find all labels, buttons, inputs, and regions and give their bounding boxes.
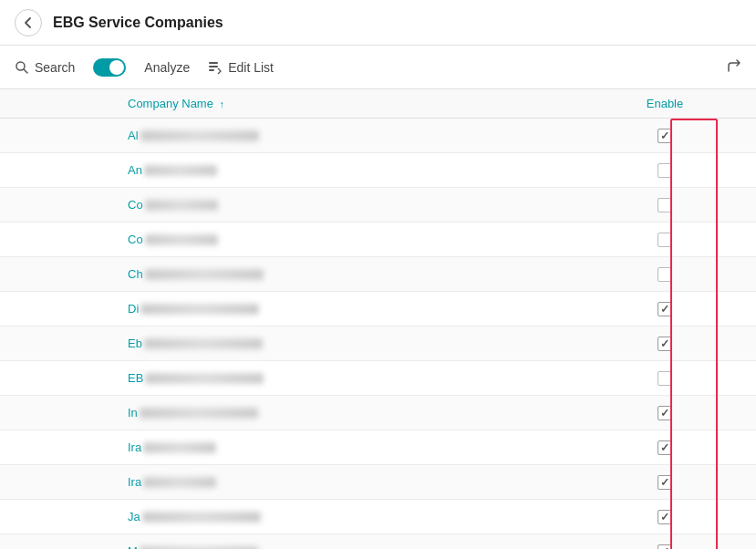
company-name: M: [128, 544, 628, 549]
edit-list-icon: [208, 60, 223, 75]
enable-checkbox[interactable]: [658, 337, 672, 351]
svg-rect-3: [209, 66, 218, 67]
table-row: Co: [0, 223, 756, 257]
back-icon: [22, 16, 35, 29]
svg-rect-4: [209, 69, 214, 71]
enable-checkbox-cell: [628, 440, 701, 455]
enable-checkbox[interactable]: [658, 371, 672, 386]
analyze-label: Analyze: [144, 60, 190, 75]
table-row: Eb: [0, 326, 756, 361]
company-name: Al: [128, 129, 628, 142]
enable-checkbox-cell: [628, 267, 701, 282]
company-name: Ira: [128, 440, 628, 454]
table-row: Ira: [0, 430, 756, 465]
table-row: Ch: [0, 257, 756, 292]
company-name: Co: [128, 233, 628, 246]
share-button[interactable]: [725, 57, 741, 78]
enable-checkbox-cell: [628, 233, 701, 247]
search-label: Search: [35, 60, 75, 75]
table-row: Ja: [0, 500, 756, 534]
table-row: Di: [0, 292, 756, 326]
enable-checkbox[interactable]: [658, 302, 672, 316]
enable-checkbox-cell: [628, 510, 701, 524]
company-name: Ja: [128, 510, 628, 523]
edit-list-button[interactable]: Edit List: [208, 60, 274, 75]
search-icon: [15, 60, 29, 75]
company-name: EB: [128, 371, 628, 385]
table-header: Company Name ↑ Enable: [0, 89, 756, 119]
page-header: EBG Service Companies: [0, 0, 756, 46]
analyze-toggle[interactable]: [93, 58, 126, 77]
enable-checkbox[interactable]: [658, 544, 672, 550]
table-row: EB: [0, 361, 756, 396]
company-name: Co: [128, 198, 628, 212]
company-name: In: [128, 406, 628, 420]
table-row: An: [0, 153, 756, 188]
company-name: Eb: [128, 337, 628, 350]
table-row: M: [0, 534, 756, 549]
company-name: Ira: [128, 475, 628, 489]
enable-checkbox-cell: [628, 302, 701, 316]
page-title: EBG Service Companies: [53, 15, 223, 31]
column-company-name: Company Name ↑: [128, 97, 628, 110]
toggle-knob: [109, 60, 124, 75]
search-button[interactable]: Search: [15, 60, 75, 75]
sort-arrow: ↑: [220, 98, 225, 109]
enable-checkbox[interactable]: [658, 510, 672, 524]
enable-checkbox-cell: [628, 406, 701, 420]
back-button[interactable]: [15, 9, 42, 36]
table-row: Ira: [0, 465, 756, 500]
enable-checkbox[interactable]: [658, 233, 672, 247]
enable-checkbox-cell: [628, 475, 701, 490]
analyze-label-item: Analyze: [144, 60, 190, 75]
table-row: In: [0, 396, 756, 430]
company-name: Di: [128, 302, 628, 316]
company-name: Ch: [128, 267, 628, 281]
edit-list-label: Edit List: [228, 60, 274, 75]
column-enable: Enable: [628, 97, 701, 110]
toolbar: Search Analyze Edit List: [0, 46, 756, 89]
table-row: Al: [0, 119, 756, 153]
table: Company Name ↑ Enable Al An: [0, 89, 756, 549]
enable-checkbox[interactable]: [658, 163, 672, 178]
share-icon: [725, 57, 741, 74]
enable-checkbox[interactable]: [658, 267, 672, 282]
company-name: An: [128, 163, 628, 177]
enable-checkbox[interactable]: [658, 440, 672, 455]
svg-rect-2: [209, 62, 218, 64]
enable-checkbox-cell: [628, 337, 701, 351]
enable-checkbox-cell: [628, 129, 701, 143]
enable-checkbox-cell: [628, 163, 701, 178]
svg-line-1: [24, 69, 27, 73]
enable-checkbox[interactable]: [658, 129, 672, 143]
enable-checkbox[interactable]: [658, 475, 672, 490]
enable-checkbox-cell: [628, 198, 701, 212]
enable-checkbox-cell: [628, 544, 701, 550]
table-row: Co: [0, 188, 756, 223]
table-rows: Al An Co: [0, 119, 756, 549]
enable-checkbox[interactable]: [658, 406, 672, 420]
enable-checkbox[interactable]: [658, 198, 672, 212]
enable-checkbox-cell: [628, 371, 701, 386]
